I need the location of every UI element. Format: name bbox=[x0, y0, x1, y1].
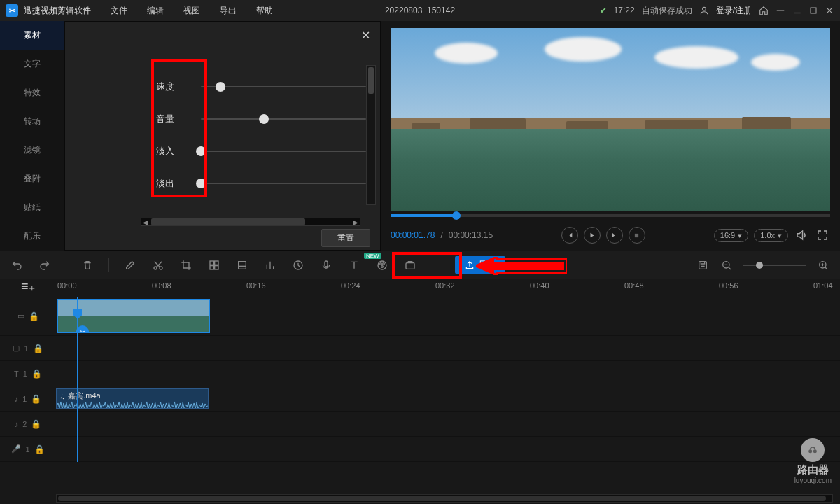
svg-rect-6 bbox=[215, 261, 218, 265]
tab-material[interactable]: 素材 bbox=[0, 21, 64, 50]
stop-button[interactable] bbox=[629, 227, 645, 244]
audio-file-icon: ♫ bbox=[59, 392, 65, 400]
text-icon[interactable] bbox=[347, 258, 361, 272]
tab-music[interactable]: 配乐 bbox=[0, 222, 64, 251]
watermark-icon bbox=[801, 438, 825, 462]
home-icon[interactable] bbox=[759, 6, 769, 15]
main-menu: 文件 编辑 视图 导出 帮助 bbox=[111, 5, 273, 17]
panel-close-icon[interactable]: ✕ bbox=[361, 29, 370, 42]
menu-edit[interactable]: 编辑 bbox=[147, 5, 164, 17]
mosaic-icon[interactable] bbox=[207, 258, 221, 272]
fullscreen-icon[interactable] bbox=[815, 227, 830, 243]
ratio-select[interactable]: 16:9▾ bbox=[714, 229, 748, 242]
tab-filter[interactable]: 滤镜 bbox=[0, 136, 64, 164]
panel-vscroll[interactable] bbox=[366, 65, 376, 205]
zoom-slider[interactable] bbox=[743, 265, 806, 266]
svg-point-21 bbox=[813, 449, 817, 453]
tab-transition[interactable]: 转场 bbox=[0, 107, 64, 136]
mic-icon[interactable] bbox=[319, 258, 333, 272]
minimize-icon[interactable] bbox=[792, 6, 802, 15]
playhead[interactable] bbox=[77, 297, 78, 462]
overlay-track[interactable]: ▢1🔒 bbox=[0, 336, 840, 361]
slider-fadeout[interactable]: 淡出 bbox=[141, 167, 366, 200]
slider-speed[interactable]: 速度 bbox=[141, 71, 366, 103]
export-button[interactable]: 导出 bbox=[455, 256, 505, 274]
menu-file[interactable]: 文件 bbox=[111, 5, 127, 17]
text-track[interactable]: T1🔒 bbox=[0, 361, 840, 386]
panel-hscroll[interactable]: ◀ ▶ bbox=[141, 218, 360, 226]
audio-track-2[interactable]: ♪2🔒 bbox=[0, 412, 840, 437]
project-name: 20220803_150142 bbox=[385, 6, 455, 15]
slider-fadein[interactable]: 淡入 bbox=[141, 135, 366, 167]
add-track-icon[interactable]: ≡₊ bbox=[21, 279, 36, 294]
svg-rect-17 bbox=[699, 261, 707, 269]
app-title: 迅捷视频剪辑软件 bbox=[24, 5, 91, 17]
cut-icon[interactable] bbox=[151, 258, 165, 272]
video-track[interactable]: ▭🔒 ✂ bbox=[0, 297, 840, 336]
mic-track-icon: 🎤 bbox=[11, 444, 21, 454]
film-icon: ▭ bbox=[18, 312, 24, 321]
tab-text[interactable]: 文字 bbox=[0, 50, 64, 78]
lock-icon: 🔒 bbox=[34, 444, 45, 454]
speed-select[interactable]: 1.0x▾ bbox=[754, 229, 788, 242]
login-link[interactable]: 登录/注册 bbox=[716, 5, 752, 17]
redo-icon[interactable] bbox=[38, 258, 52, 272]
svg-point-13 bbox=[380, 262, 382, 265]
timeline-ruler[interactable]: ≡₊ 00:00 00:08 00:16 00:24 00:32 00:40 0… bbox=[0, 279, 840, 297]
next-frame-button[interactable] bbox=[606, 227, 623, 244]
lock-icon: 🔒 bbox=[31, 394, 41, 404]
audio-track-1[interactable]: ♪1🔒 ♫嘉宾.m4a bbox=[0, 386, 840, 412]
slider-fadein-label: 淡入 bbox=[141, 145, 190, 158]
edit-icon[interactable] bbox=[123, 258, 137, 272]
zoom-out-icon[interactable] bbox=[720, 258, 734, 272]
scroll-right-icon[interactable]: ▶ bbox=[351, 218, 360, 226]
color-icon[interactable] bbox=[375, 258, 389, 272]
menu-export[interactable]: 导出 bbox=[220, 5, 237, 17]
autosave-check-icon: ✔ bbox=[600, 6, 607, 15]
new-feature-icon[interactable] bbox=[403, 258, 417, 272]
tab-sticker[interactable]: 贴纸 bbox=[0, 193, 64, 222]
music-icon: ♪ bbox=[15, 395, 19, 403]
svg-point-15 bbox=[382, 265, 384, 267]
time-icon[interactable] bbox=[291, 258, 305, 272]
save-icon[interactable] bbox=[696, 258, 710, 272]
user-icon bbox=[699, 6, 709, 15]
time-separator: / bbox=[440, 230, 442, 240]
text-track-icon: T bbox=[14, 370, 19, 378]
svg-rect-2 bbox=[635, 233, 638, 237]
close-icon[interactable] bbox=[825, 6, 834, 15]
tab-overlay[interactable]: 叠附 bbox=[0, 164, 64, 193]
preview-progress[interactable] bbox=[391, 214, 830, 217]
hamburger-icon[interactable] bbox=[776, 6, 785, 15]
delete-icon[interactable] bbox=[80, 258, 94, 272]
app-logo: ✂ bbox=[6, 4, 18, 17]
slider-speed-label: 速度 bbox=[141, 80, 190, 93]
svg-rect-7 bbox=[210, 265, 214, 269]
volume-icon[interactable] bbox=[794, 227, 809, 243]
play-button[interactable] bbox=[584, 227, 601, 244]
timeline: ≡₊ 00:00 00:08 00:16 00:24 00:32 00:40 0… bbox=[0, 279, 840, 504]
prev-frame-button[interactable] bbox=[561, 227, 578, 244]
svg-point-14 bbox=[383, 262, 385, 265]
highlight-box-export bbox=[392, 252, 462, 279]
scroll-left-icon[interactable]: ◀ bbox=[141, 218, 150, 226]
equalizer-icon[interactable] bbox=[263, 258, 277, 272]
tab-effect[interactable]: 特效 bbox=[0, 78, 64, 107]
audio-clip[interactable]: ♫嘉宾.m4a bbox=[56, 388, 209, 409]
menu-help[interactable]: 帮助 bbox=[256, 5, 273, 17]
timeline-hscroll[interactable] bbox=[56, 494, 833, 503]
preview-area: 00:00:01.78 / 00:00:13.15 16:9▾ 1.0x▾ bbox=[381, 21, 840, 251]
new-badge: NEW bbox=[364, 253, 382, 259]
reset-button[interactable]: 重置 bbox=[321, 229, 370, 247]
undo-icon[interactable] bbox=[10, 258, 24, 272]
menu-view[interactable]: 视图 bbox=[183, 5, 200, 17]
crop-icon[interactable] bbox=[179, 258, 193, 272]
voice-track[interactable]: 🎤1🔒 bbox=[0, 437, 840, 462]
svg-point-20 bbox=[808, 449, 812, 453]
freeze-icon[interactable] bbox=[235, 258, 249, 272]
export-label: 导出 bbox=[479, 259, 496, 271]
zoom-in-icon[interactable] bbox=[816, 258, 830, 272]
lock-icon: 🔒 bbox=[33, 344, 43, 354]
maximize-icon[interactable] bbox=[809, 6, 818, 15]
slider-volume[interactable]: 音量 bbox=[141, 103, 366, 135]
